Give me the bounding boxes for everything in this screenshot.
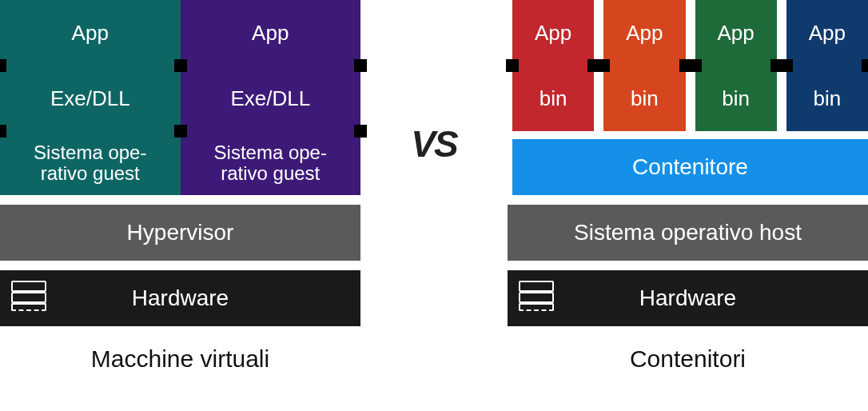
container-col-1: App bin — [512, 0, 594, 131]
container-col-3: App bin — [695, 0, 777, 131]
vm-hardware-label: Hardware — [132, 285, 229, 311]
container-side: App bin App bin App bin App bin Contenit… — [434, 0, 868, 411]
c3-app: App — [695, 0, 777, 66]
container-hardware-label: Hardware — [639, 285, 736, 311]
container-engine-label: Contenitore — [632, 154, 748, 180]
vm-caption: Macchine virtuali — [0, 345, 360, 373]
vm-side: App Exe/DLL Sistema ope-rativo guest App… — [0, 0, 434, 411]
diagram-container: App Exe/DLL Sistema ope-rativo guest App… — [0, 0, 868, 411]
c2-bin: bin — [603, 66, 685, 131]
hypervisor-label: Hypervisor — [127, 220, 234, 245]
container-caption: Contenitori — [508, 345, 868, 373]
container-hardware-layer: Hardware — [508, 270, 868, 326]
vm2-app: App — [181, 0, 361, 66]
server-icon — [519, 281, 554, 316]
vm2-guest-os: Sistema ope-rativo guest — [181, 131, 361, 195]
server-icon — [11, 281, 46, 316]
vm1-app: App — [0, 0, 181, 66]
vm-column-2: App Exe/DLL Sistema ope-rativo guest — [181, 0, 361, 195]
c1-bin: bin — [512, 66, 594, 131]
c1-app: App — [512, 0, 594, 66]
container-columns: App bin App bin App bin App bin — [508, 0, 868, 131]
vm1-guest-os: Sistema ope-rativo guest — [0, 131, 181, 195]
vm-column-1: App Exe/DLL Sistema ope-rativo guest — [0, 0, 181, 195]
container-col-2: App bin — [603, 0, 685, 131]
container-col-4: App bin — [786, 0, 868, 131]
container-engine-layer: Contenitore — [512, 139, 868, 195]
host-os-layer: Sistema operativo host — [508, 205, 868, 261]
vs-badge: VS — [396, 116, 471, 172]
vm1-exe: Exe/DLL — [0, 66, 181, 131]
host-os-label: Sistema operativo host — [574, 220, 802, 245]
vm-columns: App Exe/DLL Sistema ope-rativo guest App… — [0, 0, 360, 195]
c2-app: App — [603, 0, 685, 66]
hypervisor-layer: Hypervisor — [0, 205, 360, 261]
c4-bin: bin — [786, 66, 868, 131]
c3-bin: bin — [695, 66, 777, 131]
vm-hardware-layer: Hardware — [0, 270, 360, 326]
vm2-exe: Exe/DLL — [181, 66, 361, 131]
c4-app: App — [786, 0, 868, 66]
